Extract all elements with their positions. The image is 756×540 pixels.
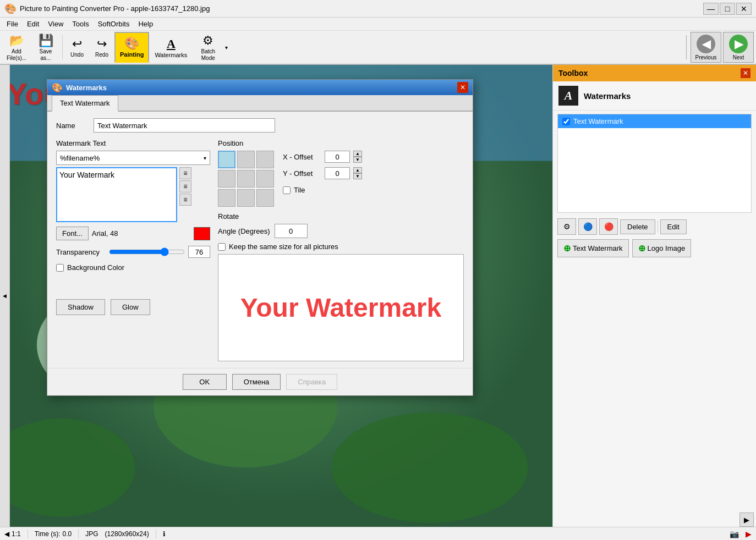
- undo-label: Undo: [70, 52, 84, 58]
- pos-bot-left[interactable]: [218, 189, 235, 207]
- next-label: Next: [733, 54, 744, 60]
- menu-view[interactable]: View: [43, 19, 68, 29]
- x-offset-up[interactable]: ▲: [353, 151, 362, 157]
- pos-bot-center[interactable]: [237, 189, 255, 207]
- time-label: Time (s):: [35, 530, 61, 538]
- y-offset-label: Y - Offset: [283, 169, 321, 178]
- edit-separator: [658, 221, 658, 233]
- add-logo-button[interactable]: ⊕ Logo Image: [632, 239, 692, 257]
- align-right-button[interactable]: ≡: [179, 194, 191, 206]
- save-as-button[interactable]: 💾 Saveas...: [31, 32, 60, 63]
- watermarks-dialog: 🎨 Watermarks ✕ Text Watermark Name: [47, 79, 473, 396]
- watermarks-tool-icon: A: [558, 86, 578, 106]
- menu-edit[interactable]: Edit: [23, 19, 43, 29]
- watermark-text-dropdown[interactable]: %filename% ▾: [56, 151, 210, 165]
- preview-watermark-text: Your Watermark: [240, 293, 441, 323]
- transparency-input[interactable]: [188, 246, 210, 258]
- preview-box: Your Watermark: [218, 254, 464, 361]
- delete-button[interactable]: Delete: [620, 219, 655, 234]
- redo-icon: ↪: [97, 37, 107, 51]
- close-button[interactable]: ✕: [736, 3, 752, 15]
- glow-button[interactable]: Glow: [111, 299, 150, 315]
- align-left-button[interactable]: ≡: [179, 167, 191, 179]
- painting-button[interactable]: 🎨 Painting: [114, 32, 149, 63]
- watermarks-icon: A: [167, 37, 176, 51]
- transparency-label: Transparency: [56, 248, 106, 256]
- app-icon: 🎨: [4, 3, 17, 15]
- pos-top-right[interactable]: [256, 151, 274, 168]
- left-scroll[interactable]: ◀: [0, 65, 10, 527]
- pos-mid-center[interactable]: [237, 170, 255, 188]
- toolbox-title: Toolbox: [558, 69, 588, 78]
- previous-button[interactable]: ◀ Previous: [691, 32, 721, 63]
- menu-softorbits[interactable]: SoftOrbits: [94, 19, 134, 29]
- watermark-item-checkbox[interactable]: [562, 118, 570, 125]
- angle-input[interactable]: [275, 224, 308, 238]
- edit-button[interactable]: Edit: [660, 219, 687, 234]
- color-picker[interactable]: [194, 227, 210, 240]
- batch-mode-button[interactable]: ⚙ BatchMode: [193, 32, 223, 63]
- action-btn-3[interactable]: 🔴: [599, 218, 618, 235]
- format-label: JPG: [85, 530, 98, 538]
- minimize-button[interactable]: —: [703, 3, 719, 15]
- x-offset-down[interactable]: ▼: [353, 157, 362, 163]
- menu-help[interactable]: Help: [134, 19, 157, 29]
- batch-mode-icon: ⚙: [202, 34, 213, 48]
- transparency-slider[interactable]: [109, 247, 185, 257]
- menu-tools[interactable]: Tools: [68, 19, 93, 29]
- undo-icon: ↩: [72, 37, 82, 51]
- dialog-title-icon: 🎨: [52, 82, 63, 93]
- watermarks-button[interactable]: A Watermarks: [150, 32, 192, 63]
- dialog-close-button[interactable]: ✕: [457, 82, 468, 93]
- align-center-button[interactable]: ≡: [179, 180, 191, 192]
- add-text-icon: ⊕: [563, 243, 571, 254]
- toolbox-nav-arrow[interactable]: ▶: [739, 513, 754, 527]
- redo-button[interactable]: ↪ Redo: [90, 32, 114, 63]
- add-files-button[interactable]: 📂 AddFile(s)...: [2, 32, 31, 63]
- name-label: Name: [56, 122, 89, 130]
- toolbox-close-button[interactable]: ✕: [741, 68, 750, 78]
- font-display: Arial, 48: [92, 229, 190, 238]
- toolbox-header: Toolbox ✕: [553, 65, 756, 81]
- pos-top-left[interactable]: [218, 151, 235, 168]
- tile-label: Tile: [294, 186, 305, 194]
- font-button[interactable]: Font...: [56, 227, 89, 240]
- pos-mid-right[interactable]: [256, 170, 274, 188]
- redo-label: Redo: [95, 52, 108, 58]
- scroll-left-btn[interactable]: ◀: [4, 530, 9, 538]
- add-text-watermark-button[interactable]: ⊕ Text Watermark: [557, 239, 629, 257]
- batch-mode-label: BatchMode: [201, 48, 215, 62]
- info-icon[interactable]: ℹ: [163, 530, 166, 538]
- dialog-title: Watermarks: [66, 84, 454, 92]
- cancel-button[interactable]: Отмена: [232, 374, 281, 390]
- keep-size-checkbox[interactable]: [218, 243, 226, 251]
- shadow-button[interactable]: Shadow: [56, 299, 105, 315]
- ok-button[interactable]: OK: [183, 374, 227, 390]
- dimensions-label: (1280x960x24): [105, 530, 149, 538]
- menu-file[interactable]: File: [2, 19, 23, 29]
- maximize-button[interactable]: □: [720, 3, 735, 15]
- next-button[interactable]: ▶ Next: [723, 32, 754, 63]
- name-input[interactable]: [94, 118, 275, 133]
- watermark-textarea[interactable]: Your Watermark: [56, 167, 177, 222]
- watermark-list-item[interactable]: Text Watermark: [558, 114, 751, 128]
- x-offset-label: X - Offset: [283, 153, 321, 161]
- y-offset-down[interactable]: ▼: [353, 173, 362, 179]
- action-btn-1[interactable]: ⚙: [557, 218, 576, 235]
- y-offset-up[interactable]: ▲: [353, 167, 362, 173]
- zoom-level: 1:1: [12, 530, 21, 538]
- tile-checkbox[interactable]: [283, 186, 291, 194]
- x-offset-input[interactable]: [325, 151, 350, 163]
- pos-bot-right[interactable]: [256, 189, 274, 207]
- watermark-list: Text Watermark: [557, 114, 752, 213]
- action-btn-2[interactable]: 🔵: [578, 218, 597, 235]
- pos-mid-left[interactable]: [218, 170, 235, 188]
- bg-color-checkbox[interactable]: [56, 264, 64, 272]
- dialog-tab-text-watermark[interactable]: Text Watermark: [52, 95, 118, 112]
- undo-button[interactable]: ↩ Undo: [65, 32, 89, 63]
- add-files-label: AddFile(s)...: [7, 48, 26, 62]
- y-offset-input[interactable]: [325, 167, 350, 179]
- help-button[interactable]: Справка: [286, 374, 337, 390]
- pos-top-center[interactable]: [237, 151, 255, 168]
- watermarks-label: Watermarks: [155, 52, 187, 58]
